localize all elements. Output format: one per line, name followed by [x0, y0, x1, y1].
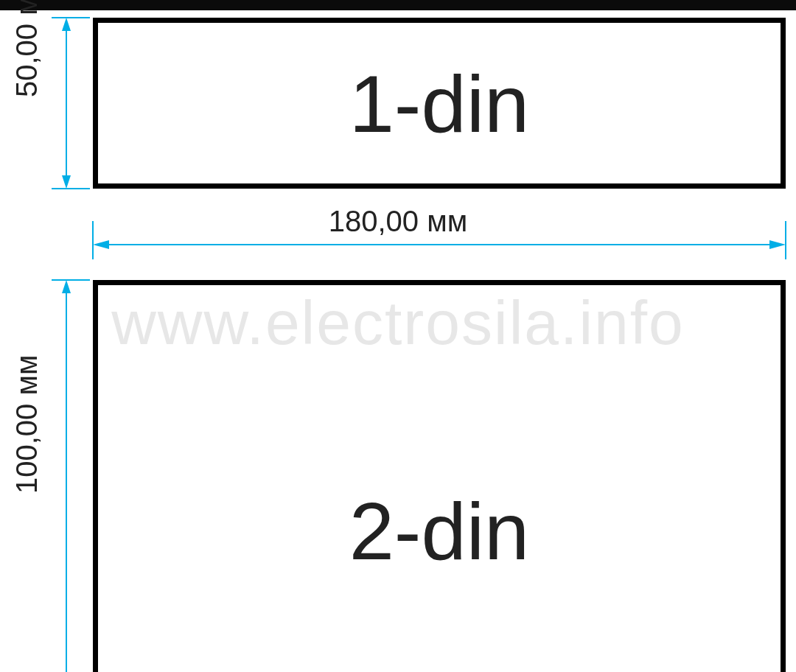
din-1-box: 1-din — [93, 18, 786, 189]
svg-marker-8 — [93, 240, 109, 249]
svg-marker-3 — [62, 18, 71, 31]
svg-marker-4 — [62, 175, 71, 189]
dimension-width: 180,00 мм — [0, 205, 796, 238]
dimension-height-1: 50,00 мм — [10, 0, 43, 97]
din-2-box: 2-din — [93, 280, 786, 672]
top-band — [0, 0, 796, 10]
dim-line-height-1 — [44, 18, 96, 189]
din-2-label: 2-din — [349, 484, 530, 578]
dimension-height-2: 100,00 мм — [10, 355, 43, 494]
din-1-label: 1-din — [349, 57, 530, 150]
svg-marker-9 — [769, 240, 786, 249]
